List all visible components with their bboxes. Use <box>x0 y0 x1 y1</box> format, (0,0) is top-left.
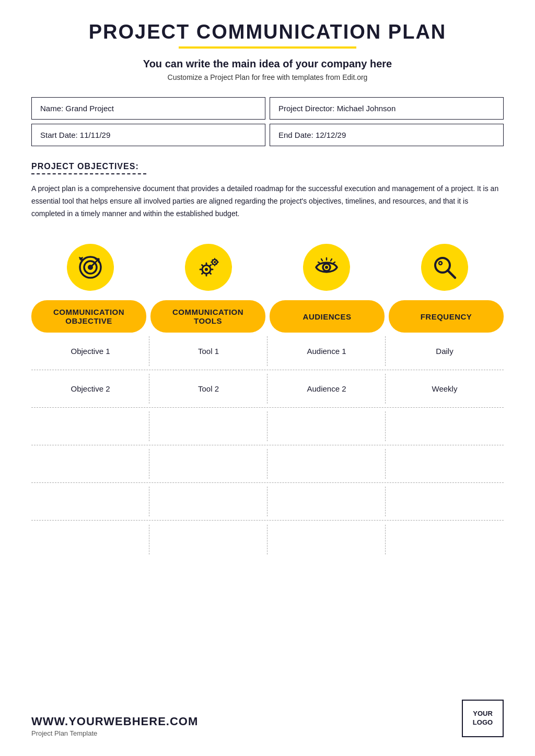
footer-url: WWW.YOURWEBHERE.COM <box>31 715 198 728</box>
svg-line-20 <box>448 270 455 278</box>
cell-0-3: Daily <box>386 333 504 370</box>
cell-2-1 <box>149 408 268 445</box>
cell-3-3 <box>386 445 504 482</box>
title-underline <box>179 46 356 49</box>
svg-line-15 <box>321 259 322 261</box>
cell-1-1: Tool 2 <box>149 370 268 407</box>
cell-4-0 <box>31 483 149 520</box>
svg-line-6 <box>79 257 80 258</box>
col-headers: COMMUNICATIONOBJECTIVE COMMUNICATIONTOOL… <box>31 300 504 333</box>
icons-row <box>31 239 504 295</box>
col-header-2: AUDIENCES <box>270 300 385 333</box>
svg-point-21 <box>439 262 442 265</box>
svg-line-18 <box>333 262 335 263</box>
table-row <box>31 408 504 445</box>
cell-3-1 <box>149 445 268 482</box>
cell-5-3 <box>386 521 504 558</box>
icon-cell-target <box>31 239 149 295</box>
cell-5-2 <box>268 521 386 558</box>
search-icon <box>430 253 459 282</box>
svg-point-9 <box>205 268 208 271</box>
table-row: Objective 1 Tool 1 Audience 1 Daily <box>31 333 504 370</box>
gear-icon <box>194 253 223 282</box>
footer-sub: Project Plan Template <box>31 729 198 737</box>
cell-0-0: Objective 1 <box>31 333 149 370</box>
info-box-name: Name: Grand Project <box>31 97 265 120</box>
target-icon-circle <box>67 244 114 291</box>
table-row <box>31 445 504 483</box>
cell-3-2 <box>268 445 386 482</box>
table-row: Objective 2 Tool 2 Audience 2 Weekly <box>31 370 504 408</box>
info-box-start: Start Date: 11/11/29 <box>31 124 265 146</box>
cell-2-2 <box>268 408 386 445</box>
info-grid: Name: Grand Project Project Director: Mi… <box>31 97 504 146</box>
main-title: PROJECT COMMUNICATION PLAN <box>31 21 504 43</box>
cell-5-0 <box>31 521 149 558</box>
cell-0-1: Tool 1 <box>149 333 268 370</box>
info-box-director: Project Director: Michael Johnson <box>270 97 504 120</box>
cell-3-0 <box>31 445 149 482</box>
col-header-1: COMMUNICATIONTOOLS <box>150 300 265 333</box>
subtitle2: Customize a Project Plan for free with t… <box>31 73 504 81</box>
cell-4-1 <box>149 483 268 520</box>
cell-1-2: Audience 2 <box>268 370 386 407</box>
svg-line-16 <box>331 259 332 261</box>
footer: WWW.YOURWEBHERE.COM Project Plan Templat… <box>31 700 504 737</box>
icon-cell-search <box>386 239 504 295</box>
cell-2-0 <box>31 408 149 445</box>
section-title: PROJECT OBJECTIVES: <box>31 162 504 171</box>
logo-box: YOURLOGO <box>462 700 504 737</box>
target-icon <box>76 253 105 282</box>
cell-4-2 <box>268 483 386 520</box>
cell-5-1 <box>149 521 268 558</box>
svg-line-17 <box>318 262 320 263</box>
search-icon-circle <box>421 244 468 291</box>
objectives-text: A project plan is a comprehensive docume… <box>31 183 504 220</box>
cell-1-3: Weekly <box>386 370 504 407</box>
col-header-0: COMMUNICATIONOBJECTIVE <box>31 300 146 333</box>
cell-1-0: Objective 2 <box>31 370 149 407</box>
data-table: Objective 1 Tool 1 Audience 1 Daily Obje… <box>31 333 504 558</box>
cell-2-3 <box>386 408 504 445</box>
icon-cell-eye <box>268 239 386 295</box>
svg-line-3 <box>90 259 99 267</box>
table-row <box>31 521 504 558</box>
info-box-end: End Date: 12/12/29 <box>270 124 504 146</box>
svg-point-13 <box>325 266 328 269</box>
eye-icon <box>312 253 341 282</box>
eye-icon-circle <box>303 244 350 291</box>
gear-icon-circle <box>185 244 232 291</box>
svg-line-7 <box>82 257 83 258</box>
objectives-divider <box>31 173 146 174</box>
table-row <box>31 483 504 521</box>
page: PROJECT COMMUNICATION PLAN You can write… <box>0 0 535 756</box>
cell-0-2: Audience 1 <box>268 333 386 370</box>
cell-4-3 <box>386 483 504 520</box>
icon-cell-gear <box>149 239 268 295</box>
footer-left: WWW.YOURWEBHERE.COM Project Plan Templat… <box>31 715 198 737</box>
subtitle1: You can write the main idea of your comp… <box>31 58 504 70</box>
col-header-3: FREQUENCY <box>389 300 504 333</box>
